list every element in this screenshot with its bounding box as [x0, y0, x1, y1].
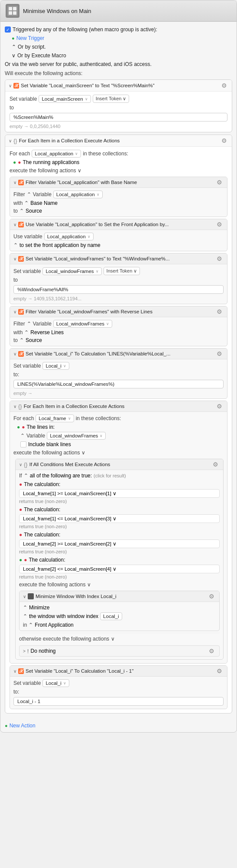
minimize-window-icon: [28, 593, 34, 599]
cond3-calc-text: Local_frame[2] >= Local_mainScreen[2]: [23, 541, 111, 546]
variable-x-icon-1: 𝒳: [13, 83, 19, 89]
nested-chevron-fr[interactable]: ∨: [13, 309, 16, 314]
insert-token-wf[interactable]: Insert Token ∨: [104, 267, 140, 275]
minimize-row-2: ⌃ the window with window index Local_i: [23, 612, 216, 621]
nested-gear-fr[interactable]: ⚙: [217, 308, 224, 315]
use-var-name-1: Local_application: [47, 234, 86, 239]
execute-actions-row-if: execute the following actions ∨: [19, 580, 220, 589]
nested-chevron-frame[interactable]: ∨: [13, 404, 16, 409]
nested-title-i: Set Variable "Local_i" To Calculation "L…: [26, 351, 215, 356]
nested-x-f1: 𝒳: [18, 180, 24, 185]
cond2-icon-row: ● The calculation:: [19, 506, 220, 513]
to-value-wf[interactable]: %WindowFrame%All%: [13, 285, 224, 294]
trigger-checkbox[interactable]: ✓: [5, 26, 11, 33]
to-value-i2[interactable]: Local_i - 1: [13, 697, 224, 706]
expand-icon: ⌃: [12, 44, 16, 50]
new-action-bar[interactable]: ● New Action: [0, 719, 237, 732]
action-header-1: ∨ 𝒳 Set Variable "Local_mainScreen" to T…: [5, 80, 232, 92]
svg-rect-3: [9, 11, 12, 15]
do-nothing-chevron[interactable]: >: [23, 649, 26, 654]
cond3-calc: Local_frame[2] >= Local_mainScreen[2] ∨: [19, 539, 220, 548]
otherwise-chevron: ∨: [111, 636, 115, 642]
do-nothing-block: > ! Do nothing ⚙: [19, 645, 220, 657]
minimize-gear[interactable]: ⚙: [209, 593, 216, 600]
filter-label-fr: Filter: [13, 321, 25, 327]
trigger-checkbox-row: ✓ Triggered by any of the following (whe…: [5, 25, 232, 34]
nested-chevron-u1[interactable]: ∨: [13, 222, 16, 227]
nested-gear-i[interactable]: ⚙: [217, 350, 224, 357]
gear-icon-1[interactable]: ⚙: [221, 82, 228, 89]
nested-chevron-wf[interactable]: ∨: [13, 256, 16, 261]
new-trigger-link[interactable]: New Trigger: [16, 35, 45, 41]
nested-gear-u1[interactable]: ⚙: [217, 221, 224, 228]
to-value-f1: Source: [26, 208, 42, 214]
for-frame-select[interactable]: Local_frame ∨: [36, 414, 74, 422]
variable-select-1[interactable]: Local_mainScreen ∨: [39, 95, 91, 103]
insert-token-btn-1[interactable]: Insert Token ∨: [93, 95, 130, 103]
bang-icon: !: [27, 648, 29, 654]
if-all-conditions-block: ∨ {} If All Conditions Met Execute Actio…: [15, 459, 224, 660]
for-frame-var: Local_frame: [39, 416, 66, 421]
nested-gear-frame[interactable]: ⚙: [217, 403, 224, 410]
collapse-chevron-1[interactable]: ∨: [9, 83, 12, 88]
nested-chevron-i2[interactable]: ∨: [13, 669, 16, 674]
index-var-name: Local_i: [103, 614, 119, 619]
for-label-frame: For each: [13, 415, 34, 421]
filter-var-name-1: Local_application: [56, 192, 95, 197]
variable-name-1: Local_mainScreen: [42, 96, 83, 102]
nested-chevron-i[interactable]: ∨: [13, 352, 16, 356]
if-all-gear[interactable]: ⚙: [213, 461, 220, 468]
minimize-body: ⌃ Minimize ⌃ the window with window inde…: [19, 602, 219, 631]
nested-filter-reverse: ∨ 𝒳 Filter Variable "Local_windowFrames"…: [10, 306, 227, 346]
frame-var-select[interactable]: Local_windowFrames ∨: [47, 432, 106, 440]
do-nothing-gear[interactable]: ⚙: [209, 648, 216, 654]
frame-red: ●: [22, 424, 25, 430]
title-bar: Minimise Windows on Main: [0, 0, 237, 22]
minimize-chevron[interactable]: ∨: [23, 594, 26, 599]
cond3-desc: The calculation:: [24, 532, 60, 538]
to-label-f1: to: [13, 208, 18, 214]
gear-icon-2[interactable]: ⚙: [221, 137, 228, 144]
set-var-row-1: Set variable Local_mainScreen ∨ Insert T…: [10, 94, 227, 104]
nested-title-i2: Set Variable "Local_i" To Calculation "L…: [26, 668, 215, 674]
for-each-arrow-1: ∨: [75, 151, 78, 156]
for-each-var-1[interactable]: Local_application ∨: [32, 150, 81, 158]
filter-var-select-1[interactable]: Local_application ∨: [53, 191, 103, 198]
cond4-green: ●: [19, 557, 22, 563]
minimize-label: Minimize: [29, 605, 49, 611]
blank-lines-checkbox[interactable]: [20, 441, 26, 447]
to-value-i[interactable]: LINES(%Variable%Local_windowFrames%): [13, 380, 224, 388]
filter-var-select-fr[interactable]: Local_windowFrames ∨: [53, 320, 112, 328]
nested-gear-wf[interactable]: ⚙: [217, 255, 224, 262]
minimize-row-3: in ⌃ Front Application: [23, 621, 216, 629]
nested-chevron-f1[interactable]: ∨: [13, 180, 16, 185]
nested-x-i2: 𝒳: [18, 668, 24, 674]
to-label-wf: to: [13, 277, 18, 283]
set-wf-select[interactable]: Local_windowFrames ∨: [42, 267, 101, 275]
use-var-select-1[interactable]: Local_application ∨: [44, 233, 94, 240]
cond4-desc: The calculation:: [29, 557, 65, 563]
index-var-select[interactable]: Local_i: [100, 612, 122, 620]
execute-label-1: execute the following actions: [10, 168, 76, 174]
new-action-label[interactable]: New Action: [10, 723, 36, 729]
set-i-select[interactable]: Local_i ∨: [42, 362, 69, 370]
nested-header-wf: ∨ 𝒳 Set Variable "Local_windowFrames" to…: [10, 253, 227, 264]
to-value-1[interactable]: %Screen%Main%: [10, 113, 227, 122]
nested-set-var-i: ∨ 𝒳 Set Variable "Local_i" To Calculatio…: [10, 348, 227, 399]
cond2-desc: The calculation:: [24, 506, 60, 513]
nested-set-var-i-minus1: ∨ 𝒳 Set Variable "Local_i" To Calculatio…: [10, 665, 227, 709]
or-via-label: Or via the web server for public, authen…: [5, 61, 152, 67]
cond3-red: ●: [19, 532, 22, 538]
collapse-chevron-2[interactable]: ∨: [9, 138, 12, 143]
set-i2-select[interactable]: Local_i ∨: [42, 679, 69, 687]
click-result[interactable]: (click for result): [94, 473, 126, 478]
cond1-icon-row: ● The calculation:: [19, 480, 220, 488]
or-macro-row: ∨ Or by Execute Macro: [5, 51, 232, 60]
blank-lines-row: Include blank lines: [13, 441, 224, 448]
nested-gear-i2[interactable]: ⚙: [217, 667, 224, 674]
frame-lines-text: The lines in:: [27, 424, 55, 430]
execute-label-if: execute the following actions: [19, 582, 85, 588]
nested-gear-f1[interactable]: ⚙: [217, 179, 224, 186]
action-header-2: ∨ {} For Each Item in a Collection Execu…: [5, 135, 232, 147]
if-all-chevron[interactable]: ∨: [19, 462, 22, 467]
